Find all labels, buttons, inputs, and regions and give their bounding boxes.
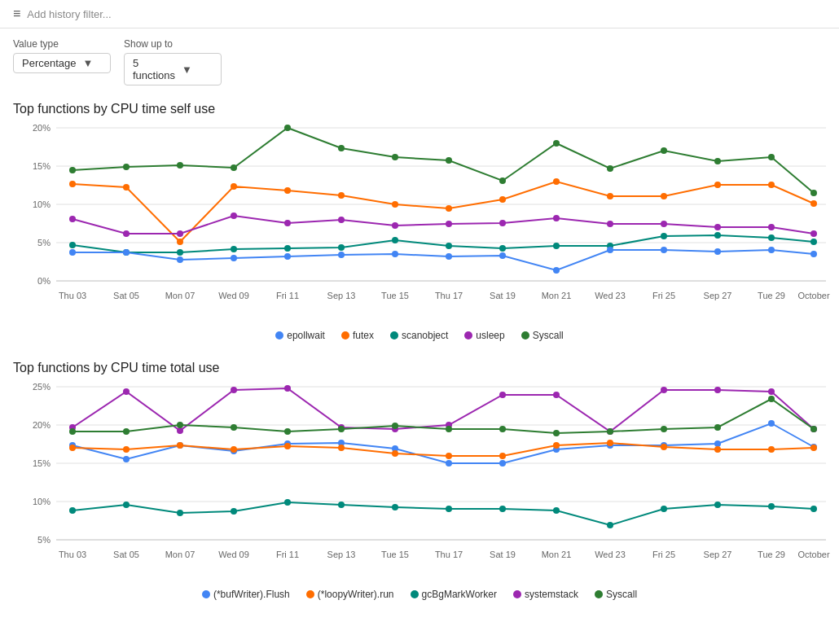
svg-text:Tue 15: Tue 15 (381, 550, 409, 559)
svg-point-87 (177, 256, 183, 263)
svg-point-130 (284, 385, 291, 392)
svg-text:October: October (797, 291, 829, 300)
legend-epollwait[interactable]: epollwait (275, 330, 325, 341)
legend-syscall1-label: Syscall (533, 330, 564, 341)
svg-point-145 (284, 428, 291, 435)
svg-text:Tue 15: Tue 15 (381, 291, 409, 300)
svg-point-197 (661, 506, 667, 512)
legend-usleep[interactable]: usleep (464, 330, 504, 341)
svg-text:Wed 23: Wed 23 (595, 291, 626, 300)
svg-point-76 (392, 237, 398, 243)
svg-point-181 (607, 440, 613, 446)
svg-point-127 (123, 388, 130, 395)
svg-point-94 (553, 267, 560, 274)
svg-text:Sat 19: Sat 19 (490, 550, 516, 559)
svg-point-137 (661, 387, 667, 393)
value-type-label: Value type (13, 38, 111, 50)
value-type-select[interactable]: Percentage ▼ (13, 53, 111, 73)
svg-point-86 (123, 249, 130, 256)
svg-point-146 (338, 426, 345, 432)
svg-point-31 (392, 154, 398, 160)
svg-point-48 (499, 196, 506, 203)
svg-point-151 (607, 428, 613, 435)
svg-point-70 (69, 242, 76, 248)
svg-point-134 (499, 392, 506, 398)
svg-text:Fri 11: Fri 11 (276, 291, 299, 300)
svg-text:Mon 07: Mon 07 (165, 291, 195, 300)
legend-loopywriter-label: (*loopyWriter).run (318, 589, 394, 600)
svg-point-150 (553, 430, 560, 436)
svg-point-147 (392, 423, 398, 429)
svg-point-149 (499, 426, 506, 432)
svg-text:Wed 09: Wed 09 (218, 291, 249, 300)
svg-point-196 (607, 522, 613, 528)
legend-systemstack[interactable]: systemstack (513, 589, 578, 600)
legend-futex-label: futex (353, 330, 374, 341)
svg-point-184 (768, 446, 775, 453)
svg-point-144 (231, 424, 237, 431)
svg-point-69 (810, 230, 817, 237)
svg-point-179 (499, 453, 506, 459)
svg-point-85 (69, 249, 76, 256)
svg-text:Mon 21: Mon 21 (542, 291, 572, 300)
svg-text:Fri 25: Fri 25 (652, 291, 675, 300)
svg-point-41 (123, 184, 130, 191)
legend-gcbgmarkworker[interactable]: gcBgMarkWorker (411, 589, 497, 600)
svg-point-93 (499, 252, 506, 259)
svg-text:Mon 21: Mon 21 (542, 550, 572, 559)
legend-bufwriter[interactable]: (*bufWriter).Flush (202, 589, 290, 600)
value-type-group: Value type Percentage ▼ (13, 38, 111, 73)
svg-point-78 (499, 245, 506, 252)
chart2-svg: 25% 20% 15% 10% 5% Thu 03 Sat 05 Mon 07 … (20, 379, 832, 582)
svg-point-177 (392, 450, 398, 457)
svg-text:Sat 05: Sat 05 (113, 550, 139, 559)
show-up-to-select[interactable]: 5 functions ▼ (124, 53, 222, 85)
filter-placeholder[interactable]: Add history filter... (27, 8, 111, 20)
legend-loopywriter[interactable]: (*loopyWriter).run (306, 589, 394, 600)
show-up-to-value: 5 functions (133, 57, 175, 81)
svg-point-74 (284, 245, 291, 252)
svg-point-57 (177, 230, 183, 237)
svg-point-75 (338, 244, 345, 251)
svg-point-176 (338, 445, 345, 451)
legend-systemstack-label: systemstack (525, 589, 578, 600)
svg-point-173 (177, 442, 183, 449)
svg-point-142 (123, 428, 130, 435)
svg-text:Sep 27: Sep 27 (704, 291, 732, 300)
svg-text:0%: 0% (37, 276, 51, 286)
legend-scanobject[interactable]: scanobject (390, 330, 448, 341)
svg-point-195 (553, 507, 560, 514)
svg-point-178 (446, 453, 452, 459)
svg-point-200 (810, 506, 817, 512)
svg-point-164 (499, 460, 506, 467)
svg-point-47 (446, 205, 452, 212)
svg-point-32 (446, 157, 452, 164)
svg-point-186 (69, 507, 76, 514)
svg-text:Fri 11: Fri 11 (276, 550, 299, 559)
svg-point-46 (392, 201, 398, 208)
svg-point-95 (607, 247, 613, 253)
chart1-title: Top functions by CPU time self use (13, 102, 826, 116)
svg-point-64 (553, 215, 560, 221)
svg-text:Fri 25: Fri 25 (652, 550, 675, 559)
svg-point-28 (231, 164, 237, 171)
svg-text:Sep 13: Sep 13 (327, 550, 356, 559)
svg-point-73 (231, 246, 237, 252)
svg-point-182 (661, 444, 667, 450)
legend-futex[interactable]: futex (341, 330, 374, 341)
svg-point-163 (446, 460, 452, 467)
svg-point-44 (284, 187, 291, 194)
legend-syscall1[interactable]: Syscall (521, 330, 564, 341)
svg-point-98 (768, 247, 775, 253)
svg-point-192 (392, 504, 398, 510)
svg-point-154 (768, 396, 775, 402)
legend-syscall2[interactable]: Syscall (595, 589, 637, 600)
svg-point-65 (607, 221, 613, 227)
svg-point-26 (123, 164, 130, 170)
svg-point-99 (810, 251, 817, 257)
svg-point-81 (661, 233, 667, 239)
svg-point-198 (714, 502, 721, 508)
svg-point-174 (231, 446, 237, 453)
svg-point-82 (714, 232, 721, 239)
svg-point-63 (499, 220, 506, 226)
